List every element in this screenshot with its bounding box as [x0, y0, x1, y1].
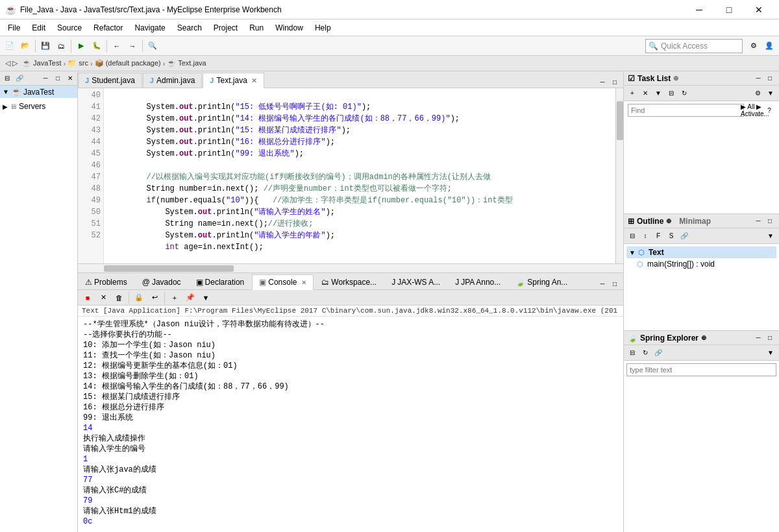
console-clear-btn[interactable]: 🗑: [112, 291, 126, 305]
console-output[interactable]: --*学生管理系统*（Jason niu设计，字符串数据功能有待改进）-- --…: [78, 317, 623, 532]
outline-item-text-class[interactable]: ▼ ⬡ Text: [626, 247, 776, 258]
outline-minimize-btn[interactable]: ─: [753, 216, 763, 226]
menu-item-refactor[interactable]: Refactor: [88, 21, 128, 34]
menu-item-project[interactable]: Project: [208, 21, 243, 34]
breadcrumb-item-src[interactable]: 📁 src: [68, 59, 88, 67]
outline-collapse-btn[interactable]: ⊟: [626, 230, 638, 242]
console-close-btn[interactable]: ✕: [301, 279, 306, 286]
toolbar-menu-2[interactable]: 👤: [762, 39, 776, 53]
tab-admin-java[interactable]: J Admin.java: [143, 73, 203, 88]
menu-item-file[interactable]: File: [3, 21, 25, 34]
h-scrollbar-thumb[interactable]: [104, 265, 234, 272]
quick-access-box[interactable]: 🔍 Quick Access: [645, 39, 743, 53]
toolbar-save[interactable]: 💾: [38, 39, 53, 53]
tab-console[interactable]: ▣ Console ✕: [252, 274, 314, 290]
task-settings-btn[interactable]: ⚙: [752, 88, 763, 99]
menu-item-help[interactable]: Help: [310, 21, 336, 34]
outline-hide-static-btn[interactable]: S: [665, 230, 677, 242]
console-line-14: 1: [83, 454, 618, 465]
outline-menu-btn[interactable]: ▼: [765, 230, 776, 242]
console-remove-btn[interactable]: ✕: [96, 291, 110, 305]
tab-javadoc[interactable]: @ Javadoc: [135, 274, 188, 289]
toolbar-search[interactable]: 🔍: [145, 39, 160, 53]
close-button[interactable]: ✕: [744, 0, 774, 19]
editor-maximize-btn[interactable]: □: [609, 76, 621, 88]
bottom-maximize-btn[interactable]: □: [609, 278, 621, 289]
task-help-btn[interactable]: ?: [763, 104, 775, 116]
console-scroll-lock-btn[interactable]: 🔒: [132, 291, 146, 305]
task-find: ▶ All ▶ Activate... ?: [624, 101, 779, 119]
tab-text-java[interactable]: J Text.java ✕: [203, 73, 264, 88]
breadcrumb-item-file[interactable]: ☕ Text.java: [167, 59, 206, 67]
toolbar-save-all[interactable]: 🗂: [54, 39, 68, 53]
toolbar-forward[interactable]: →: [125, 39, 140, 53]
task-refresh-btn[interactable]: ↻: [678, 88, 690, 99]
maximize-panel-btn[interactable]: □: [52, 73, 64, 84]
tab-workspace[interactable]: 🗂 Workspace...: [314, 274, 384, 289]
collapse-all-btn[interactable]: ⊟: [1, 73, 13, 84]
menu-item-window[interactable]: Window: [270, 21, 308, 34]
toolbar-menu-1[interactable]: ⚙: [747, 39, 761, 53]
task-find-input[interactable]: [628, 104, 744, 117]
task-find-activate-btn[interactable]: ▶ All ▶ Activate...: [749, 104, 761, 116]
task-list-maximize-btn[interactable]: □: [765, 73, 775, 84]
spring-link-btn[interactable]: 🔗: [652, 347, 664, 359]
toolbar-new[interactable]: 📄: [3, 39, 17, 53]
spring-maximize-btn[interactable]: □: [765, 333, 775, 343]
spring-minimize-btn[interactable]: ─: [753, 333, 763, 343]
spring-menu-btn[interactable]: ▼: [765, 347, 776, 359]
console-terminate-btn[interactable]: ■: [80, 291, 95, 305]
outline-maximize-btn[interactable]: □: [765, 216, 775, 226]
spring-collapse-btn[interactable]: ⊟: [626, 347, 638, 359]
tab-declaration[interactable]: ▣ Declaration: [189, 274, 252, 289]
breadcrumb-item-package[interactable]: 📦 (default package): [95, 59, 161, 67]
toolbar-open[interactable]: 📂: [18, 39, 32, 53]
spring-filter-input[interactable]: [626, 363, 776, 376]
tree-item-servers[interactable]: ▶ 🖥 Servers: [0, 101, 77, 112]
outline-sort-btn[interactable]: ↕: [639, 230, 651, 242]
toolbar-run[interactable]: ▶: [74, 39, 88, 53]
outline-item-main-method[interactable]: ⬡ main(String[]) : void: [626, 258, 776, 270]
tree-item-javatest[interactable]: ▼ ☕ JavaTest: [0, 86, 77, 98]
console-pin-btn[interactable]: 📌: [183, 291, 197, 305]
task-list-minimize-btn[interactable]: ─: [753, 73, 763, 84]
tab-jaxws[interactable]: J JAX-WS A...: [384, 274, 447, 289]
menu-item-search[interactable]: Search: [172, 21, 207, 34]
menu-item-navigate[interactable]: Navigate: [129, 21, 170, 34]
menu-item-edit[interactable]: Edit: [27, 21, 51, 34]
tab-close-text[interactable]: ✕: [251, 77, 257, 85]
code-scrollbar-v[interactable]: [615, 88, 623, 263]
spring-refresh-btn[interactable]: ↻: [639, 347, 651, 359]
minimize-button[interactable]: ─: [684, 0, 714, 19]
h-scrollbar[interactable]: [78, 263, 623, 272]
tab-spring-an[interactable]: 🍃 Spring An...: [508, 274, 575, 289]
editor-minimize-btn[interactable]: ─: [597, 76, 608, 88]
close-panel-btn[interactable]: ✕: [64, 73, 76, 84]
toolbar-back[interactable]: ←: [110, 39, 124, 53]
link-editor-btn[interactable]: 🔗: [14, 73, 25, 84]
breadcrumb-item-javatest[interactable]: ☕ JavaTest: [22, 59, 61, 67]
console-dropdown-btn[interactable]: ▼: [199, 291, 213, 305]
code-content[interactable]: System.out.println("15: 低矮号号啊啊子王(如: 01)"…: [104, 88, 615, 263]
code-scrollbar-thumb[interactable]: [617, 101, 623, 140]
menu-item-run[interactable]: Run: [244, 21, 269, 34]
console-word-wrap-btn[interactable]: ↩: [147, 291, 162, 305]
task-delete-btn[interactable]: ✕: [639, 88, 651, 99]
maximize-button[interactable]: □: [714, 0, 744, 19]
task-filter-btn[interactable]: ▼: [652, 88, 664, 99]
outline-link-btn[interactable]: 🔗: [678, 230, 690, 242]
tab-jpa[interactable]: J JPA Anno...: [448, 274, 508, 289]
outline-hide-fields-btn[interactable]: F: [652, 230, 664, 242]
toolbar-debug[interactable]: 🐛: [90, 39, 104, 53]
tab-problems[interactable]: ⚠ Problems: [78, 274, 134, 289]
menu-item-source[interactable]: Source: [52, 21, 87, 34]
console-new-btn[interactable]: +: [167, 291, 182, 305]
task-collapse-btn[interactable]: ⊟: [665, 88, 677, 99]
minimize-panel-btn[interactable]: ─: [40, 73, 51, 84]
task-menu-btn[interactable]: ▼: [765, 88, 776, 99]
spring-explorer-controls: ─ □: [753, 333, 775, 343]
console-line-13: 请输入学生的编号: [83, 444, 618, 454]
tab-student-java[interactable]: J Student.java: [78, 73, 142, 88]
task-new-btn[interactable]: +: [626, 88, 638, 99]
bottom-minimize-btn[interactable]: ─: [597, 278, 608, 289]
